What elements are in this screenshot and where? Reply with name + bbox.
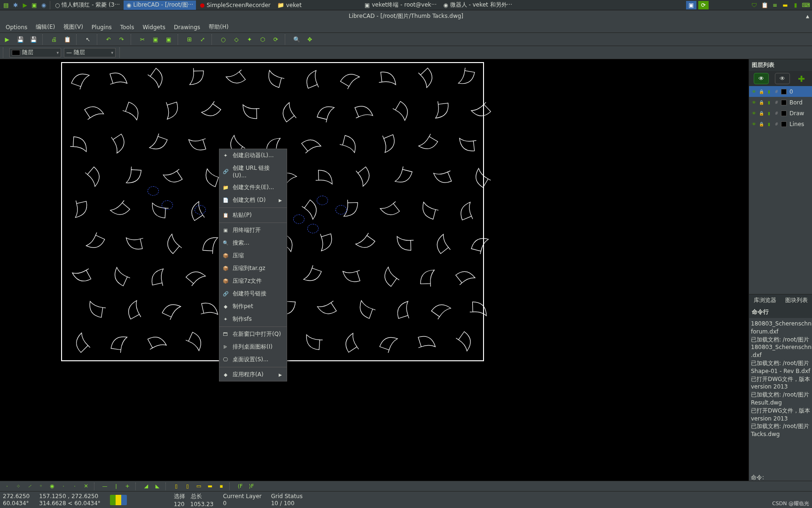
dim3-icon[interactable]: ▭ <box>195 482 203 491</box>
snap-end-icon[interactable]: ⟋ <box>25 482 34 491</box>
pan-icon[interactable]: ✥ <box>304 34 315 45</box>
menu-drawings[interactable]: Drawings <box>170 23 204 32</box>
layer-row[interactable]: 👁 🔒 ▮ # Draw <box>749 108 812 119</box>
context-menu-item[interactable]: ◆应用程序(A)▶ <box>219 368 287 381</box>
save-icon[interactable]: 💾 <box>15 34 25 45</box>
linetype-combo[interactable]: —随层 <box>64 48 116 57</box>
axis-icon[interactable]: ⤢ <box>197 34 208 45</box>
snap1-icon[interactable]: ○ <box>218 34 228 45</box>
window-minimize-icon[interactable]: ▴ <box>806 12 809 20</box>
layer-row[interactable]: 👁 🔒 ▮ # Lines <box>749 119 812 129</box>
menu-widgets[interactable]: Widgets <box>139 23 169 32</box>
restrict-v-icon[interactable]: | <box>112 482 120 491</box>
status-coords-rel: 157.1250 , 272.6250 314.6628 < 60.0434° <box>39 493 101 507</box>
context-menu-item[interactable]: 🔗创建 URL 链接(U)... <box>219 162 287 181</box>
context-menu-item[interactable]: ✦创建启动器(L)... <box>219 149 287 162</box>
add-layer-icon[interactable]: ✚ <box>796 73 807 84</box>
lockrelzero-icon[interactable]: ◣ <box>153 482 162 491</box>
context-menu-item[interactable]: 📦压缩到tar.gz <box>219 262 287 275</box>
snap4-icon[interactable]: ⬡ <box>258 34 268 45</box>
command-panel-title: 命令行 <box>749 306 812 318</box>
restrict-h-icon[interactable]: — <box>101 482 109 491</box>
menu-view[interactable]: 视图(V) <box>60 22 87 32</box>
context-menu-item[interactable]: ⫸排列桌面图标(I) <box>219 341 287 353</box>
menu-help[interactable]: 帮助(H) <box>205 22 232 32</box>
toggle-all-icon[interactable]: 👁 <box>775 73 790 84</box>
snap5-icon[interactable]: ⟳ <box>271 34 281 45</box>
snap2-icon[interactable]: ◇ <box>231 34 242 45</box>
new-file-icon[interactable]: ▶ <box>2 34 12 45</box>
snap-grid-icon[interactable]: ⁘ <box>14 482 23 491</box>
dim5-icon[interactable]: ▪ <box>217 482 226 491</box>
menu-edit[interactable]: 编辑(E) <box>32 22 59 32</box>
context-menu-item[interactable]: 📁创建文件夹(E)... <box>219 181 287 194</box>
toggle-visibility-icon[interactable]: 👁 <box>754 73 769 84</box>
snap3-icon[interactable]: ✦ <box>244 34 255 45</box>
snap-dist-icon[interactable]: · <box>70 482 79 491</box>
context-menu-item[interactable]: 🖵桌面设置(S)... <box>219 353 287 366</box>
cursor-icon[interactable]: ↖ <box>83 34 93 45</box>
redo-icon[interactable]: ↷ <box>117 34 127 45</box>
drawing-entity <box>450 64 482 93</box>
tab-library[interactable]: 库浏览器 <box>749 294 781 306</box>
drawing-canvas[interactable]: ✦创建启动器(L)...🔗创建 URL 链接(U)...📁创建文件夹(E)...… <box>0 59 749 483</box>
context-menu-item[interactable]: 📄创建文档 (D)▶ <box>219 194 287 206</box>
keyboard-icon[interactable]: ⌨ <box>802 1 810 9</box>
grid-icon[interactable]: ⊞ <box>184 34 195 45</box>
context-menu-item[interactable]: 🔍搜索... <box>219 237 287 249</box>
tab-blocklist[interactable]: 图块列表 <box>781 294 812 306</box>
paste-icon[interactable]: ▣ <box>164 34 174 45</box>
taskbar-item-librecad[interactable]: ◉LibreCAD - [/root/图··· <box>124 0 196 10</box>
cut-icon[interactable]: ✂ <box>137 34 148 45</box>
context-menu-item[interactable]: 📦压缩7z文件 <box>219 275 287 287</box>
layer-row[interactable]: 👁 🔒 ▮ # Bord <box>749 97 812 108</box>
browser-icon[interactable]: ◉ <box>39 1 48 9</box>
globe-icon[interactable]: ✱ <box>11 1 20 9</box>
workspace-icon[interactable]: ▣ <box>686 1 696 9</box>
taskbar-item-veket[interactable]: 📁veket <box>274 0 304 10</box>
context-menu-item[interactable]: ◆制作pet <box>219 300 287 313</box>
menu-options[interactable]: Options <box>2 23 31 32</box>
taskbar-item-music[interactable]: ○情人鹤顶红 - 紫菱 (3··· <box>52 0 123 10</box>
terminal-icon[interactable]: ▣ <box>30 1 39 9</box>
context-menu-item[interactable]: 🗔在新窗口中打开(Q) <box>219 328 287 341</box>
info1-icon[interactable]: ⟨F <box>236 482 244 491</box>
menu-tools[interactable]: Tools <box>117 23 138 32</box>
info2-icon[interactable]: ⟩F <box>247 482 256 491</box>
undo-icon[interactable]: ↶ <box>103 34 114 45</box>
layer-row[interactable]: 👁 🔒 ▮ # 0 <box>749 86 812 97</box>
dim4-icon[interactable]: ▬ <box>206 482 214 491</box>
context-menu-item[interactable]: 🔗创建符号链接 <box>219 287 287 300</box>
taskbar-item-recorder[interactable]: ●SimpleScreenRecorder <box>197 0 273 10</box>
restrict-ortho-icon[interactable]: + <box>123 482 132 491</box>
context-menu-item[interactable]: 📦压缩 <box>219 249 287 262</box>
clipboard-icon[interactable]: 📋 <box>760 1 769 9</box>
copy-icon[interactable]: ▣ <box>150 34 161 45</box>
print-icon[interactable]: 🖨 <box>49 34 59 45</box>
taskbar-item-terminal[interactable]: ▣veket终端 - root@vek··· <box>362 0 439 10</box>
zoom-icon[interactable]: 🔍 <box>291 34 302 45</box>
snap-on-icon[interactable]: ◦ <box>37 482 45 491</box>
system-menu-icon[interactable]: ▤ <box>2 1 10 9</box>
play-icon[interactable]: ▶ <box>21 1 29 9</box>
context-menu-item[interactable]: ▣用终端打开 <box>219 224 287 237</box>
dim2-icon[interactable]: ▯ <box>183 482 192 491</box>
shield-icon[interactable]: 🛡 <box>750 1 758 9</box>
context-menu-item[interactable]: 📋粘贴(P) <box>219 209 287 222</box>
volume-icon[interactable]: ▬ <box>781 1 789 9</box>
snap-mid-icon[interactable]: · <box>59 482 68 491</box>
dim1-icon[interactable]: ▯ <box>172 482 180 491</box>
context-menu-item[interactable]: ✦制作sfs <box>219 313 287 325</box>
network-icon[interactable]: ≡ <box>771 1 779 9</box>
saveas-icon[interactable]: 💾 <box>28 34 39 45</box>
menu-plugins[interactable]: Plugins <box>88 23 116 32</box>
snap-inter-icon[interactable]: ✕ <box>82 482 90 491</box>
snap-center-icon[interactable]: ◉ <box>48 482 56 491</box>
battery-icon[interactable]: ▮ <box>791 1 800 9</box>
layer-combo[interactable]: 随层 <box>9 48 61 57</box>
sync-icon[interactable]: ⟳ <box>698 1 709 9</box>
preview-icon[interactable]: 📋 <box>62 34 72 45</box>
snap-free-icon[interactable]: · <box>3 482 11 491</box>
relzero-icon[interactable]: ◢ <box>142 482 150 491</box>
taskbar-item-microbot[interactable]: ◉微器人 - veket 和另外··· <box>440 0 515 10</box>
